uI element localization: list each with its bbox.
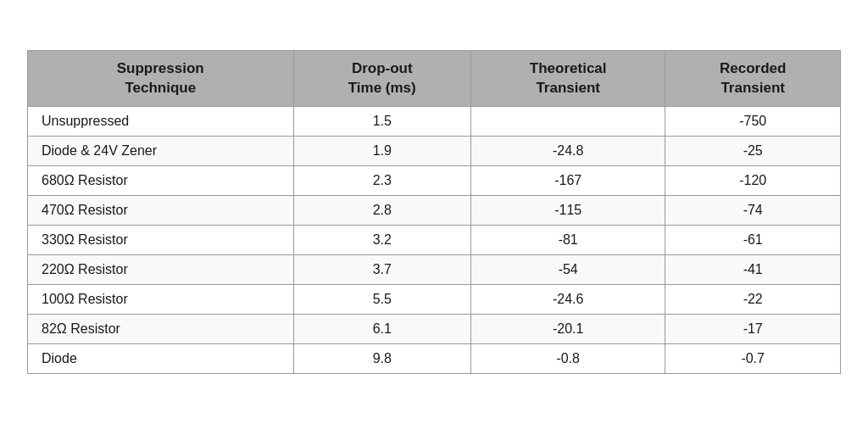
recorded-cell: -41 [665, 254, 841, 284]
technique-cell: Unsuppressed [28, 106, 294, 136]
dropout-time-header: Drop-outTime (ms) [293, 51, 471, 106]
theoretical-cell: -0.8 [471, 343, 665, 373]
table-header-row: SuppressionTechnique Drop-outTime (ms) T… [28, 51, 841, 106]
theoretical-cell [471, 106, 665, 136]
recorded-cell: -74 [665, 195, 841, 225]
table-row: 680Ω Resistor2.3-167-120 [28, 165, 841, 195]
theoretical-cell: -20.1 [471, 314, 665, 343]
suppression-technique-header: SuppressionTechnique [28, 51, 294, 106]
theoretical-cell: -24.6 [471, 284, 665, 314]
dropout-cell: 2.3 [293, 165, 471, 195]
recorded-cell: -120 [665, 165, 841, 195]
suppression-table: SuppressionTechnique Drop-outTime (ms) T… [27, 50, 841, 373]
table-row: Diode & 24V Zener1.9-24.8-25 [28, 136, 841, 165]
recorded-cell: -25 [665, 136, 841, 165]
dropout-cell: 5.5 [293, 284, 471, 314]
table-container: SuppressionTechnique Drop-outTime (ms) T… [27, 50, 841, 373]
recorded-cell: -17 [665, 314, 841, 343]
recorded-cell: -61 [665, 225, 841, 254]
technique-cell: 330Ω Resistor [28, 225, 294, 254]
dropout-cell: 1.9 [293, 136, 471, 165]
theoretical-cell: -81 [471, 225, 665, 254]
table-row: 330Ω Resistor3.2-81-61 [28, 225, 841, 254]
theoretical-cell: -24.8 [471, 136, 665, 165]
theoretical-cell: -115 [471, 195, 665, 225]
recorded-cell: -750 [665, 106, 841, 136]
technique-cell: 680Ω Resistor [28, 165, 294, 195]
dropout-cell: 1.5 [293, 106, 471, 136]
theoretical-transient-header: TheoreticalTransient [471, 51, 665, 106]
dropout-cell: 3.7 [293, 254, 471, 284]
technique-cell: 470Ω Resistor [28, 195, 294, 225]
theoretical-cell: -54 [471, 254, 665, 284]
recorded-cell: -22 [665, 284, 841, 314]
table-row: Unsuppressed1.5-750 [28, 106, 841, 136]
dropout-cell: 3.2 [293, 225, 471, 254]
technique-cell: 82Ω Resistor [28, 314, 294, 343]
recorded-transient-header: RecordedTransient [665, 51, 841, 106]
technique-cell: 220Ω Resistor [28, 254, 294, 284]
dropout-cell: 6.1 [293, 314, 471, 343]
technique-cell: 100Ω Resistor [28, 284, 294, 314]
table-row: Diode9.8-0.8-0.7 [28, 343, 841, 373]
technique-cell: Diode & 24V Zener [28, 136, 294, 165]
table-row: 100Ω Resistor5.5-24.6-22 [28, 284, 841, 314]
technique-cell: Diode [28, 343, 294, 373]
table-row: 220Ω Resistor3.7-54-41 [28, 254, 841, 284]
table-row: 82Ω Resistor6.1-20.1-17 [28, 314, 841, 343]
theoretical-cell: -167 [471, 165, 665, 195]
table-row: 470Ω Resistor2.8-115-74 [28, 195, 841, 225]
recorded-cell: -0.7 [665, 343, 841, 373]
dropout-cell: 2.8 [293, 195, 471, 225]
dropout-cell: 9.8 [293, 343, 471, 373]
